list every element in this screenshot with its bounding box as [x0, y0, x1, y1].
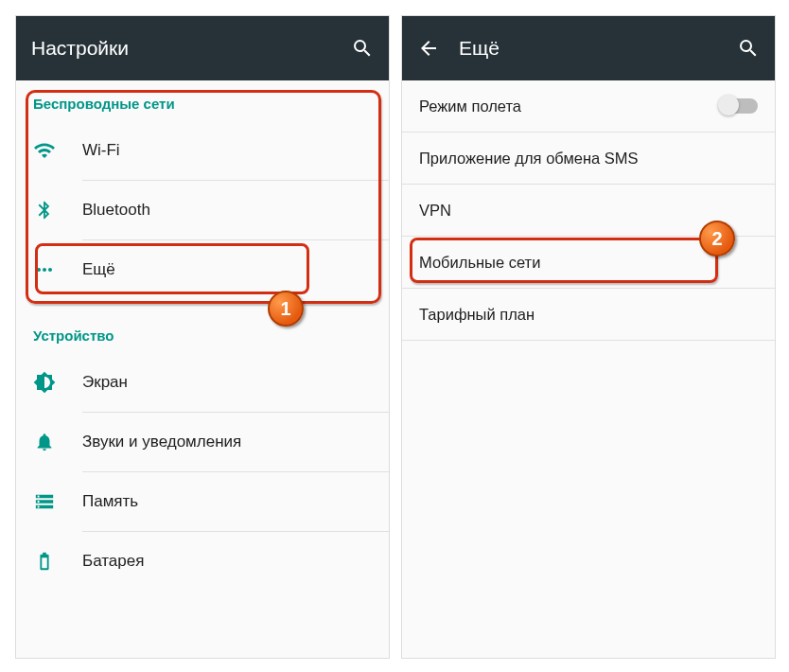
appbar-title: Ещё [459, 37, 718, 60]
section-device: Устройство [16, 299, 389, 353]
airplane-toggle[interactable] [720, 98, 758, 114]
sms-label: Приложение для обмена SMS [419, 150, 758, 168]
search-icon[interactable] [351, 37, 374, 60]
battery-label: Батарея [82, 552, 144, 571]
battery-icon [33, 550, 56, 573]
storage-icon [33, 490, 56, 513]
more-label: Ещё [82, 260, 115, 279]
wifi-item[interactable]: Wi-Fi [16, 121, 389, 180]
search-icon[interactable] [737, 37, 760, 60]
sound-icon [33, 431, 56, 453]
airplane-item[interactable]: Режим полета [402, 80, 775, 132]
plan-label: Тарифный план [419, 306, 758, 324]
bluetooth-item[interactable]: Bluetooth [16, 181, 389, 239]
airplane-label: Режим полета [419, 97, 720, 115]
battery-item[interactable]: Батарея [16, 532, 389, 591]
storage-item[interactable]: Память [16, 472, 389, 531]
settings-screen: Настройки Беспроводные сети Wi-Fi Blueto… [15, 15, 390, 659]
wifi-label: Wi-Fi [82, 141, 120, 160]
more-icon [33, 258, 56, 281]
bluetooth-icon [33, 199, 56, 221]
appbar-title: Настройки [31, 37, 332, 60]
wifi-icon [33, 139, 56, 162]
back-icon[interactable] [417, 37, 440, 60]
more-content: Режим полета Приложение для обмена SMS V… [402, 80, 775, 341]
sms-item[interactable]: Приложение для обмена SMS [402, 133, 775, 184]
sound-label: Звуки и уведомления [82, 433, 241, 451]
display-label: Экран [82, 373, 128, 392]
appbar: Настройки [16, 16, 389, 80]
more-item[interactable]: Ещё [16, 240, 389, 299]
appbar: Ещё [402, 16, 775, 80]
storage-label: Память [82, 492, 138, 511]
divider [402, 340, 775, 341]
display-item[interactable]: Экран [16, 353, 389, 412]
display-icon [33, 371, 56, 394]
mobile-label: Мобильные сети [419, 254, 758, 272]
settings-content: Беспроводные сети Wi-Fi Bluetooth Ещё Ус… [16, 80, 389, 591]
bluetooth-label: Bluetooth [82, 201, 150, 220]
vpn-label: VPN [419, 202, 758, 220]
sound-item[interactable]: Звуки и уведомления [16, 413, 389, 471]
vpn-item[interactable]: VPN [402, 185, 775, 236]
plan-item[interactable]: Тарифный план [402, 289, 775, 340]
more-screen: Ещё Режим полета Приложение для обмена S… [401, 15, 776, 659]
mobile-item[interactable]: Мобильные сети [402, 237, 775, 288]
section-wireless: Беспроводные сети [16, 80, 389, 121]
